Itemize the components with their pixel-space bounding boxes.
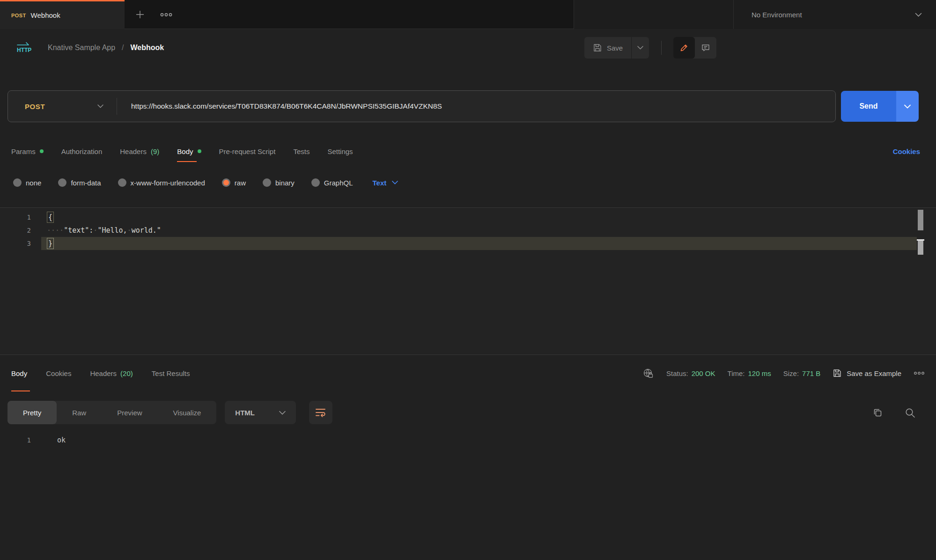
code-text: ····"text":·"Hello,·world." [41, 226, 161, 235]
status-pair: Status: 200 OK [666, 369, 715, 377]
send-button-group: Send [841, 91, 919, 122]
breadcrumb-collection[interactable]: Knative Sample App [48, 44, 115, 52]
tab-pre-request-script[interactable]: Pre-request Script [219, 140, 276, 162]
response-options-button[interactable] [914, 371, 925, 375]
radio-urlencoded[interactable]: x-www-form-urlencoded [118, 178, 205, 187]
radio-binary[interactable]: binary [263, 178, 295, 187]
search-response-button[interactable] [905, 407, 915, 418]
url-divider [117, 98, 117, 115]
send-options-button[interactable] [896, 91, 919, 122]
chevron-down-icon [97, 104, 103, 108]
line-number: 1 [0, 214, 41, 221]
ellipsis-icon [914, 371, 925, 375]
breadcrumb-request-name[interactable]: Webhook [131, 44, 164, 52]
raw-language-label: Text [373, 179, 387, 187]
response-tab-test-results[interactable]: Test Results [152, 355, 190, 391]
wrap-text-icon [315, 408, 326, 417]
response-body-text: ok [41, 436, 66, 444]
network-info-icon[interactable] [642, 368, 654, 379]
response-tab-cookies-label: Cookies [46, 369, 71, 377]
editor-scrollbar[interactable] [918, 210, 923, 353]
view-raw[interactable]: Raw [57, 401, 102, 424]
close-brace: } [47, 238, 54, 249]
response-actions [872, 401, 915, 424]
environment-selector[interactable]: No Environment [733, 0, 936, 29]
new-tab-button[interactable] [130, 0, 150, 29]
radio-urlencoded-label: x-www-form-urlencoded [131, 179, 205, 187]
request-body-editor[interactable]: 1 { 2 ····"text":·"Hello,·world." 3 } [0, 207, 936, 354]
comments-button[interactable] [695, 37, 716, 59]
radio-circle-selected [222, 178, 230, 187]
svg-text:HTTP: HTTP [17, 47, 31, 53]
response-body-line: 1 ok [0, 434, 936, 447]
save-as-example-button[interactable]: Save as Example [833, 368, 901, 378]
raw-language-selector[interactable]: Text [373, 179, 398, 187]
pencil-icon [679, 43, 689, 52]
line-number: 2 [0, 227, 41, 234]
tab-headers[interactable]: Headers (9) [120, 140, 159, 162]
open-brace: { [47, 212, 54, 223]
url-input[interactable]: https://hooks.slack.com/services/T06TD83… [131, 102, 442, 111]
tab-settings[interactable]: Settings [327, 140, 353, 162]
time-value: 120 ms [748, 369, 771, 377]
wrap-text-button[interactable] [309, 401, 332, 424]
radio-none[interactable]: none [13, 178, 41, 187]
body-active-dot [198, 149, 201, 153]
response-meta: Status: 200 OK Time: 120 ms Size: 771 B … [642, 355, 925, 391]
tab-authorization[interactable]: Authorization [61, 140, 103, 162]
copy-response-button[interactable] [872, 407, 883, 418]
save-options-button[interactable] [631, 37, 649, 59]
tab-title: Webhook [31, 11, 60, 19]
chevron-down-icon [392, 181, 398, 184]
tab-strip: POST Webhook No Environment [0, 0, 936, 29]
time-pair: Time: 120 ms [728, 369, 771, 377]
radio-binary-label: binary [275, 179, 295, 187]
status-label: Status: [666, 369, 688, 377]
response-tab-cookies[interactable]: Cookies [46, 355, 71, 391]
method-selector[interactable]: POST [8, 91, 117, 122]
header-divider [661, 41, 662, 55]
view-preview[interactable]: Preview [102, 401, 157, 424]
radio-graphql[interactable]: GraphQL [311, 178, 353, 187]
tab-body[interactable]: Body [177, 140, 201, 162]
radio-circle [263, 178, 271, 187]
tab-params[interactable]: Params [11, 140, 44, 162]
view-visualize[interactable]: Visualize [158, 401, 217, 424]
response-tab-headers[interactable]: Headers (20) [90, 355, 133, 391]
breadcrumb-separator: / [122, 44, 124, 52]
radio-none-label: none [26, 179, 41, 187]
tab-authorization-label: Authorization [61, 147, 103, 155]
save-button[interactable]: Save [584, 37, 631, 59]
url-bar: POST https://hooks.slack.com/services/T0… [7, 90, 836, 122]
tab-params-label: Params [11, 147, 36, 155]
radio-graphql-label: GraphQL [324, 179, 353, 187]
floppy-save-icon [833, 368, 842, 378]
copy-icon [872, 407, 883, 418]
send-button[interactable]: Send [841, 91, 896, 122]
edit-request-button[interactable] [673, 37, 695, 59]
radio-form-data[interactable]: form-data [58, 178, 101, 187]
cursor-marker [918, 241, 923, 255]
cookies-link[interactable]: Cookies [893, 140, 920, 162]
response-format-selector[interactable]: HTML [225, 401, 296, 424]
radio-raw[interactable]: raw [222, 178, 246, 187]
radio-circle [58, 178, 66, 187]
editor-line-3-active: 3 } [0, 237, 936, 250]
active-tab-underline [177, 161, 197, 162]
request-tabs: Params Authorization Headers (9) Body Pr… [11, 140, 353, 162]
response-tab-test-results-label: Test Results [152, 369, 190, 377]
tab-tests[interactable]: Tests [293, 140, 310, 162]
response-tab-body-label: Body [11, 369, 27, 377]
request-header-row: HTTP Knative Sample App / Webhook Save [0, 29, 936, 66]
chevron-down-icon [915, 13, 922, 17]
method-label: POST [25, 103, 45, 111]
request-tab[interactable]: POST Webhook [0, 0, 125, 29]
tab-settings-label: Settings [327, 147, 353, 155]
tab-options-button[interactable] [156, 0, 176, 29]
radio-circle [13, 178, 22, 187]
response-view-toolbar: Pretty Raw Preview Visualize HTML [7, 401, 332, 424]
body-mode-row: none form-data x-www-form-urlencoded raw… [13, 172, 398, 193]
scrollbar-thumb[interactable] [918, 210, 923, 230]
response-tab-body[interactable]: Body [11, 355, 27, 391]
view-pretty[interactable]: Pretty [7, 401, 57, 424]
